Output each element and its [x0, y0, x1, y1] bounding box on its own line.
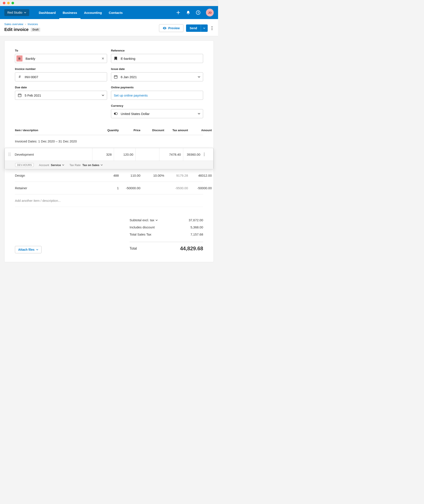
due-date-input[interactable]: 5 Feb 2021 — [15, 91, 107, 100]
cell-quantity[interactable]: 328 — [92, 148, 114, 161]
subtotal-value: 37,672.00 — [189, 218, 203, 222]
nav-dashboard[interactable]: Dashboard — [35, 6, 59, 19]
invoiced-dates: Invoiced Dates: 1 Dec 2020 – 31 Dec 2020 — [15, 135, 203, 148]
send-options-button[interactable] — [201, 25, 208, 32]
col-price: Price — [119, 129, 140, 132]
svg-point-12 — [9, 155, 9, 156]
online-payments-button[interactable]: Set up online payments — [111, 91, 203, 100]
currency-select[interactable]: United States Dollar — [111, 109, 203, 118]
clear-to-button[interactable]: ✕ — [101, 57, 104, 61]
help-icon[interactable] — [196, 10, 200, 15]
cell-price: -50000.00 — [119, 186, 140, 190]
svg-point-11 — [10, 154, 11, 155]
col-description: Item / description — [15, 129, 97, 132]
item-code-pill[interactable]: DEV-HOURS — [15, 163, 34, 167]
preview-label: Preview — [168, 26, 180, 30]
online-payments-label: Online payments — [111, 86, 203, 89]
window-chrome — [0, 0, 218, 6]
online-payments-link: Set up online payments — [114, 94, 200, 97]
page-title: Edit invoice — [4, 27, 29, 32]
svg-point-7 — [115, 113, 118, 115]
chevron-down-icon — [203, 27, 205, 29]
cell-amount: -50000.00 — [188, 186, 212, 190]
invoice-no-input[interactable]: # INV-0007 — [15, 72, 107, 81]
cell-tax: 7478.40 — [159, 148, 183, 161]
reference-input[interactable]: E-banking — [111, 54, 203, 63]
totals: Subtotal excl. tax 37,672.00 Includes di… — [130, 217, 203, 253]
svg-point-10 — [9, 154, 9, 155]
subtotal-toggle[interactable]: Subtotal excl. tax — [130, 218, 158, 222]
avatar[interactable]: JD — [206, 9, 214, 16]
kebab-icon — [212, 26, 212, 30]
calendar-icon — [18, 93, 22, 97]
chevron-down-icon — [62, 164, 64, 166]
close-window-icon[interactable] — [3, 2, 5, 4]
table-row-selected[interactable]: Development 328 120.00 7478.40 39360.00 … — [5, 148, 213, 169]
svg-point-13 — [10, 155, 11, 156]
add-line-item-input[interactable]: Add another item / description... — [15, 194, 203, 207]
cell-description: Retainer — [15, 186, 97, 190]
issue-date-input[interactable]: 6 Jan 2021 — [111, 72, 203, 81]
tax-label: Total Sales Tax — [130, 233, 151, 236]
col-quantity: Quantity — [97, 129, 119, 132]
attach-files-label: Attach files — [18, 248, 34, 251]
chevron-down-icon — [24, 12, 26, 14]
cell-price: 110.00 — [119, 174, 140, 177]
account-select[interactable]: Service — [51, 163, 64, 167]
minimize-window-icon[interactable] — [7, 2, 10, 4]
svg-point-8 — [9, 153, 9, 153]
invoice-no-label: Invoice number — [15, 67, 107, 70]
attach-files-button[interactable]: Attach files — [15, 246, 42, 253]
grip-icon — [8, 153, 11, 156]
svg-point-16 — [204, 155, 204, 156]
to-input[interactable]: B Bankly ✕ — [15, 54, 107, 63]
maximize-window-icon[interactable] — [12, 2, 14, 4]
svg-rect-5 — [18, 94, 21, 97]
cell-price[interactable]: 120.00 — [114, 148, 135, 161]
svg-point-1 — [212, 26, 212, 27]
svg-point-9 — [10, 153, 11, 153]
table-row[interactable]: Design 488 110.00 10.00% 9179.28 48312.0… — [15, 169, 203, 182]
cell-tax: 9179.28 — [164, 174, 188, 177]
plus-icon[interactable] — [176, 10, 181, 15]
send-button[interactable]: Send — [186, 25, 201, 32]
due-date-label: Due date — [15, 86, 107, 89]
more-actions-button[interactable] — [210, 25, 214, 31]
svg-point-2 — [212, 28, 212, 29]
tax-rate-select[interactable]: Tax on Sales — [82, 163, 103, 167]
cell-description[interactable]: Development — [12, 148, 92, 161]
nav-business[interactable]: Business — [59, 6, 81, 19]
drag-handle[interactable] — [6, 148, 12, 161]
cell-discount: 10.00% — [140, 174, 164, 177]
svg-rect-4 — [114, 76, 117, 78]
table-row[interactable]: Retainer 1 -50000.00 -9500.00 -50000.00 — [15, 182, 203, 194]
svg-point-14 — [204, 153, 204, 153]
preview-button[interactable]: Preview — [159, 24, 183, 32]
cell-discount[interactable] — [135, 148, 159, 161]
status-badge: Draft — [31, 28, 40, 32]
nav-contacts[interactable]: Contacts — [105, 6, 126, 19]
nav-accounting[interactable]: Accounting — [81, 6, 105, 19]
top-nav: Red Studio Dashboard Business Accounting… — [0, 6, 218, 19]
svg-point-15 — [204, 154, 204, 155]
chevron-down-icon[interactable] — [198, 76, 200, 78]
due-date-value: 5 Feb 2021 — [25, 94, 99, 97]
hash-icon: # — [18, 75, 22, 79]
cell-tax: -9500.00 — [164, 186, 188, 190]
row-actions-button[interactable] — [202, 153, 208, 156]
svg-point-0 — [196, 11, 200, 14]
line-items-table: Item / description Quantity Price Discou… — [15, 129, 203, 207]
bell-icon[interactable] — [186, 10, 190, 15]
org-switcher[interactable]: Red Studio — [4, 9, 29, 16]
reference-label: Reference — [111, 49, 203, 52]
col-discount: Discount — [140, 129, 164, 132]
row-meta: DEV-HOURS Account Service Tax Rate Tax o… — [5, 161, 213, 169]
calendar-icon — [114, 75, 118, 79]
discount-value: 5,368.00 — [191, 225, 203, 229]
crumb-invoices[interactable]: Invoices — [28, 23, 38, 26]
chevron-down-icon[interactable] — [198, 112, 200, 115]
invoice-no-value: INV-0007 — [25, 75, 104, 79]
chevron-down-icon[interactable] — [102, 94, 104, 96]
crumb-sales-overview[interactable]: Sales overview — [4, 23, 23, 26]
tax-value: 7,157.68 — [191, 233, 203, 236]
